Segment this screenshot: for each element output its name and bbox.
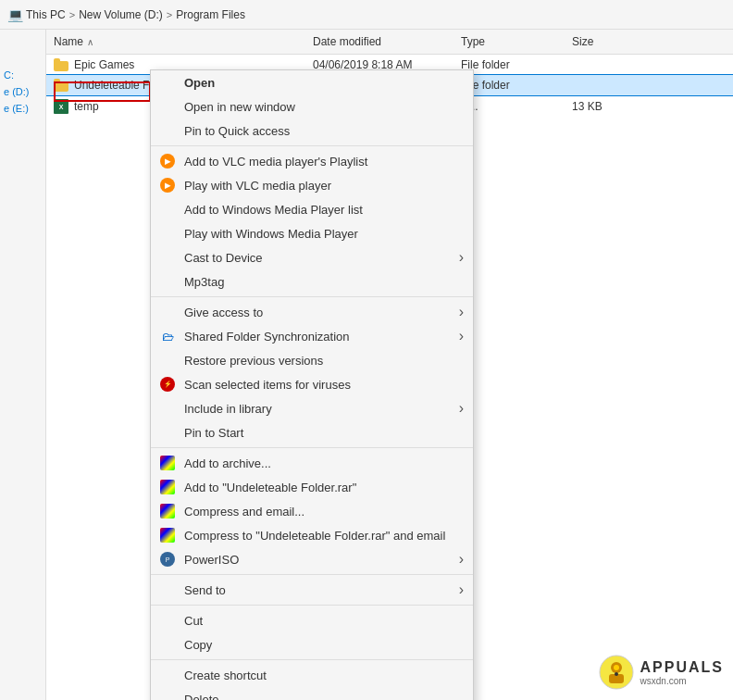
rar4-icon [158, 526, 177, 544]
file-size-cell [565, 63, 639, 67]
menu-item-wmp-play[interactable]: Play with Windows Media Player [151, 221, 473, 245]
breadcrumb-bar: 💻 This PC > New Volume (D:) > Program Fi… [0, 0, 733, 30]
context-menu: Open Open in new window Pin to Quick acc… [150, 69, 474, 700]
menu-separator [151, 145, 473, 146]
sidebar-item-d[interactable]: e (D:) [0, 83, 45, 100]
menu-item-pin-start[interactable]: Pin to Start [151, 420, 473, 444]
menu-item-poweriso[interactable]: P PowerISO [151, 547, 473, 571]
folder-icon [54, 79, 68, 92]
menu-item-wmp-list[interactable]: Add to Windows Media Player list [151, 197, 473, 221]
menu-separator [151, 296, 473, 297]
breadcrumb-sep-2: > [167, 9, 172, 20]
watermark-site: wsxdn.com [640, 676, 724, 686]
sort-arrow: ∧ [87, 37, 93, 47]
col-type[interactable]: Type [453, 33, 565, 50]
menu-item-add-archive[interactable]: Add to archive... [151, 451, 473, 475]
watermark: APPUALS wsxdn.com [598, 654, 724, 691]
file-size-cell [565, 83, 639, 87]
menu-item-scan-viruses[interactable]: ⚡ Scan selected items for viruses [151, 372, 473, 396]
sidebar-item-e[interactable]: e (E:) [0, 100, 45, 117]
menu-item-cut[interactable]: Cut [151, 608, 473, 632]
menu-item-vlc-playlist[interactable]: ▶ Add to VLC media player's Playlist [151, 149, 473, 173]
menu-item-open[interactable]: Open [151, 70, 473, 94]
menu-item-compress-email[interactable]: Compress and email... [151, 499, 473, 523]
menu-item-pin-quick-access[interactable]: Pin to Quick access [151, 119, 473, 143]
svg-point-4 [615, 672, 618, 676]
breadcrumb-new-volume[interactable]: New Volume (D:) [79, 8, 163, 21]
col-date[interactable]: Date modified [305, 33, 453, 50]
menu-item-create-shortcut[interactable]: Create shortcut [151, 663, 473, 687]
menu-item-delete[interactable]: Delete [151, 687, 473, 700]
menu-item-compress-rar-email[interactable]: Compress to "Undeleteable Folder.rar" an… [151, 523, 473, 547]
explorer-window: 💻 This PC > New Volume (D:) > Program Fi… [0, 0, 733, 700]
menu-item-add-to-rar[interactable]: Add to "Undeleteable Folder.rar" [151, 475, 473, 499]
svg-point-2 [614, 665, 619, 670]
col-size[interactable]: Size [565, 33, 639, 50]
menu-item-send-to[interactable]: Send to [151, 578, 473, 602]
menu-item-restore-versions[interactable]: Restore previous versions [151, 348, 473, 372]
col-name[interactable]: Name ∧ [46, 33, 305, 50]
rar3-icon [158, 502, 177, 520]
file-size-cell: 13 KB [565, 98, 639, 115]
menu-item-vlc-play[interactable]: ▶ Play with VLC media player [151, 173, 473, 197]
breadcrumb-this-pc[interactable]: 💻 This PC [7, 7, 66, 22]
menu-item-copy[interactable]: Copy [151, 632, 473, 656]
poweriso-icon: P [158, 550, 177, 569]
column-headers: Name ∧ Date modified Type Size [46, 30, 733, 55]
sidebar-item-c[interactable]: C: [0, 67, 45, 83]
vlc-play-icon: ▶ [158, 176, 177, 194]
menu-separator [151, 447, 473, 448]
shared-folder-icon: 🗁 [158, 327, 177, 345]
rar2-icon [158, 478, 177, 496]
breadcrumb-sep-1: > [69, 9, 75, 20]
sidebar-panel: C: e (D:) e (E:) [0, 30, 46, 700]
antivirus-icon: ⚡ [158, 375, 177, 394]
rar-icon [158, 454, 177, 472]
menu-separator [151, 659, 473, 660]
menu-item-cast[interactable]: Cast to Device [151, 245, 473, 269]
menu-item-include-library[interactable]: Include in library [151, 396, 473, 420]
appuals-logo [598, 654, 635, 691]
menu-separator [151, 574, 473, 575]
menu-item-give-access[interactable]: Give access to [151, 300, 473, 324]
menu-item-shared-folder-sync[interactable]: 🗁 Shared Folder Synchronization [151, 324, 473, 348]
menu-item-open-new-window[interactable]: Open in new window [151, 94, 473, 119]
menu-item-mp3tag[interactable]: Mp3tag [151, 269, 473, 294]
menu-separator [151, 605, 473, 606]
vlc-icon: ▶ [158, 152, 177, 170]
folder-icon [54, 58, 68, 71]
breadcrumb-program-files[interactable]: Program Files [176, 8, 245, 21]
xlsx-icon: X [54, 99, 68, 114]
watermark-brand: APPUALS [640, 659, 724, 676]
